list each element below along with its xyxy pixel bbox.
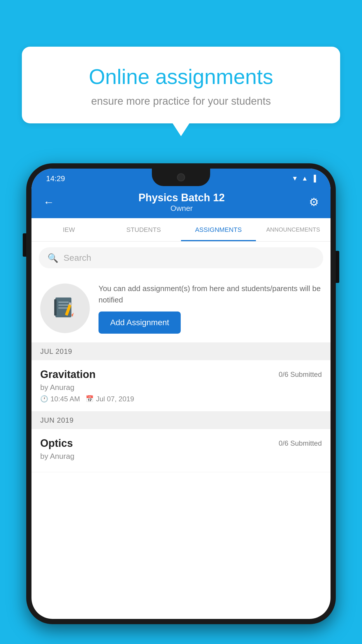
app-header: ← Physics Batch 12 Owner ⚙ — [31, 186, 331, 218]
assignment-date-meta: 📅 Jul 07, 2019 — [86, 395, 134, 403]
settings-button[interactable]: ⚙ — [309, 196, 319, 209]
assignment-by: by Anurag — [40, 383, 322, 392]
section-header-jul: JUL 2019 — [31, 343, 331, 360]
assignment-meta: 🕐 10:45 AM 📅 Jul 07, 2019 — [40, 395, 322, 403]
assignment-optics-row-top: Optics 0/6 Submitted — [40, 437, 322, 449]
notebook-icon-circle — [40, 284, 90, 333]
speech-bubble-area: Online assignments ensure more practice … — [22, 47, 340, 123]
assignment-date: Jul 07, 2019 — [96, 395, 134, 403]
phone-screen: 14:29 ▼ ▲ ▐ ← Physics Batch 12 Owner ⚙ — [31, 169, 331, 619]
bubble-subtitle: ensure more practice for your students — [42, 95, 320, 107]
add-assignment-button[interactable]: Add Assignment — [99, 312, 181, 334]
assignment-time: 10:45 AM — [50, 395, 80, 403]
add-assignment-description: You can add assignment(s) from here and … — [99, 283, 322, 306]
status-icons: ▼ ▲ ▐ — [292, 175, 316, 182]
svg-rect-2 — [58, 302, 69, 303]
header-center: Physics Batch 12 Owner — [138, 192, 225, 213]
svg-marker-6 — [71, 313, 74, 317]
back-button[interactable]: ← — [43, 196, 54, 209]
assignment-item-optics[interactable]: Optics 0/6 Submitted by Anurag — [31, 429, 331, 472]
search-placeholder: Search — [64, 253, 91, 263]
phone-outer: 14:29 ▼ ▲ ▐ ← Physics Batch 12 Owner ⚙ — [26, 163, 336, 624]
status-time: 14:29 — [46, 174, 65, 183]
speech-bubble: Online assignments ensure more practice … — [22, 47, 340, 123]
header-title: Physics Batch 12 — [138, 192, 225, 204]
phone-notch — [152, 169, 210, 186]
phone-mockup: 14:29 ▼ ▲ ▐ ← Physics Batch 12 Owner ⚙ — [26, 163, 336, 644]
tab-students[interactable]: STUDENTS — [106, 218, 181, 241]
assignment-item-gravitation[interactable]: Gravitation 0/6 Submitted by Anurag 🕐 10… — [31, 360, 331, 412]
search-icon: 🔍 — [48, 253, 58, 263]
bubble-title: Online assignments — [42, 64, 320, 89]
assignment-submitted: 0/6 Submitted — [279, 370, 322, 379]
search-container: 🔍 Search — [31, 242, 331, 274]
assignment-optics-name: Optics — [40, 437, 73, 449]
assignment-optics-submitted: 0/6 Submitted — [279, 439, 322, 447]
add-assignment-content: You can add assignment(s) from here and … — [99, 283, 322, 334]
assignment-name: Gravitation — [40, 368, 96, 381]
svg-rect-1 — [54, 299, 57, 316]
battery-icon: ▐ — [311, 175, 316, 182]
calendar-icon: 📅 — [86, 395, 94, 403]
phone-button-left — [23, 233, 26, 257]
search-bar[interactable]: 🔍 Search — [39, 247, 323, 268]
tab-assignments[interactable]: ASSIGNMENTS — [181, 218, 256, 241]
wifi-icon: ▼ — [292, 175, 298, 182]
add-assignment-section: You can add assignment(s) from here and … — [31, 274, 331, 343]
assignment-time-meta: 🕐 10:45 AM — [40, 395, 80, 403]
assignment-optics-by: by Anurag — [40, 452, 322, 461]
assignment-row-top: Gravitation 0/6 Submitted — [40, 368, 322, 381]
tab-announcements[interactable]: ANNOUNCEMENTS — [256, 218, 331, 241]
phone-camera — [177, 173, 185, 181]
tab-bar: IEW STUDENTS ASSIGNMENTS ANNOUNCEMENTS — [31, 218, 331, 242]
svg-rect-3 — [58, 304, 69, 306]
section-header-jun: JUN 2019 — [31, 412, 331, 429]
tab-iew[interactable]: IEW — [31, 218, 106, 241]
clock-icon: 🕐 — [40, 395, 48, 403]
notebook-icon — [52, 295, 78, 321]
header-subtitle: Owner — [138, 204, 225, 213]
phone-button-right — [336, 251, 339, 283]
signal-icon: ▲ — [302, 175, 308, 182]
